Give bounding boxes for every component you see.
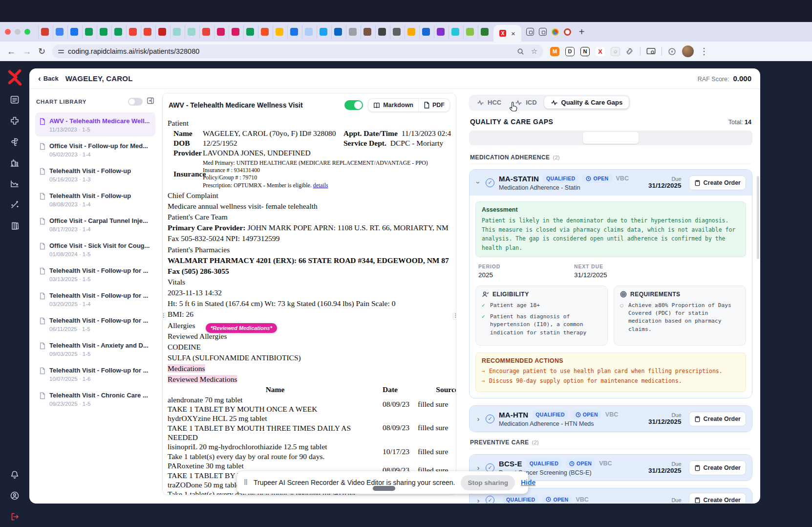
- pinned-tab[interactable]: [361, 25, 373, 39]
- pinned-tab[interactable]: [273, 25, 285, 39]
- traffic-light[interactable]: [15, 29, 21, 35]
- pinned-tab[interactable]: [449, 25, 461, 39]
- status-filter[interactable]: [639, 132, 695, 144]
- status-filter[interactable]: [527, 132, 583, 144]
- create-order-button[interactable]: Create Order: [689, 176, 746, 190]
- chart-library-item[interactable]: AWV - Telehealth Medicare Well... 11/13/…: [35, 112, 155, 136]
- pinned-tab[interactable]: [155, 25, 168, 39]
- card-header[interactable]: › ✓ MA-HTN QUALIFIED OPEN: [470, 406, 752, 432]
- magic-wand-icon[interactable]: [6, 196, 23, 214]
- pinned-tab[interactable]: [287, 25, 300, 39]
- active-tab[interactable]: X ×: [493, 25, 521, 42]
- pinned-tab[interactable]: [38, 25, 51, 39]
- forward-icon[interactable]: →: [22, 46, 31, 57]
- site-settings-icon[interactable]: [58, 50, 64, 53]
- pdf-button[interactable]: PDF: [418, 99, 449, 111]
- metamask-icon[interactable]: M: [550, 47, 559, 56]
- pinned-tab[interactable]: [390, 25, 403, 39]
- status-filter[interactable]: [470, 132, 527, 144]
- pinned-tab[interactable]: [419, 25, 432, 39]
- pinned-tab[interactable]: [170, 25, 183, 39]
- chart-library-item[interactable]: Telehealth Visit - Follow-up for ... 10/…: [35, 362, 155, 386]
- record-tab-icon[interactable]: [564, 28, 571, 36]
- pinned-tab[interactable]: [82, 25, 95, 39]
- chart-library-item[interactable]: Telehealth Visit - Follow-up for ... 06/…: [35, 312, 155, 336]
- pinned-tab[interactable]: [258, 25, 271, 39]
- medical-cross-icon[interactable]: [6, 112, 23, 130]
- url-text[interactable]: coding.rapidclaims.ai/risk/patients/3280…: [68, 47, 513, 55]
- screen-share-icon[interactable]: [646, 47, 656, 55]
- pinned-tab[interactable]: [126, 25, 139, 39]
- extensions-puzzle-icon[interactable]: [626, 47, 634, 56]
- traffic-light[interactable]: [24, 29, 30, 35]
- energy-saver-icon[interactable]: [668, 47, 676, 56]
- chart-library-item[interactable]: Telehealth Visit - Follow-up 08/08/2023 …: [35, 187, 155, 211]
- new-tab-button[interactable]: +: [579, 26, 585, 38]
- bookmark-star-icon[interactable]: ☆: [531, 47, 537, 56]
- chart-library-item[interactable]: Telehealth Visit - Anxiety and D... 09/0…: [35, 337, 155, 361]
- hide-link[interactable]: Hide: [521, 479, 535, 486]
- chevron-right-icon[interactable]: ›: [475, 463, 481, 472]
- browser-menu-icon[interactable]: ⋮: [700, 46, 708, 57]
- pinned-tab[interactable]: [243, 25, 256, 39]
- caduceus-icon[interactable]: [6, 133, 23, 151]
- chart-library-item[interactable]: Office Visit - Follow-up for Med... 05/0…: [35, 137, 155, 161]
- chart-library-item[interactable]: Telehealth Visit - Follow-up for ... 03/…: [35, 262, 155, 286]
- hospital-icon[interactable]: [6, 154, 23, 172]
- notifications-bell-icon[interactable]: [6, 466, 23, 483]
- rapidclaims-extension-icon[interactable]: X: [596, 47, 605, 56]
- document-view-toggle[interactable]: [344, 100, 363, 110]
- pinned-tab[interactable]: [434, 25, 447, 39]
- pinned-tab[interactable]: [141, 25, 153, 39]
- panel-tab[interactable]: HCC: [470, 96, 508, 109]
- panel-resize-handle[interactable]: ⠿: [162, 312, 166, 320]
- chart-review-icon[interactable]: [6, 91, 23, 109]
- card-header[interactable]: › ✓ MA-STATIN QUALIFIED OPEN VBC: [470, 170, 752, 196]
- pinned-tab[interactable]: [199, 25, 212, 39]
- scrollbar-thumb[interactable]: [757, 176, 759, 259]
- notion-icon[interactable]: N: [580, 47, 590, 56]
- pinned-tab[interactable]: [229, 25, 241, 39]
- profile-avatar[interactable]: [682, 45, 694, 57]
- status-filter[interactable]: [695, 132, 751, 144]
- logout-icon[interactable]: [6, 508, 23, 526]
- pinned-tab[interactable]: [317, 25, 329, 39]
- pinned-tab[interactable]: [405, 25, 417, 39]
- pinned-tab[interactable]: [214, 25, 227, 39]
- pinned-tab[interactable]: [331, 25, 344, 39]
- stop-sharing-button[interactable]: Stop sharing: [461, 475, 515, 490]
- pinned-tab[interactable]: [302, 25, 315, 39]
- library-icon[interactable]: [6, 217, 23, 235]
- toast-drag-handle[interactable]: [373, 486, 395, 491]
- chart-library-item[interactable]: Office Visit - Carpal Tunnel Inje... 08/…: [35, 212, 155, 236]
- chart-library-item[interactable]: Telehealth Visit - Follow-up for ... 03/…: [35, 287, 155, 311]
- status-filter[interactable]: [583, 132, 639, 144]
- collapse-panel-icon[interactable]: [147, 97, 154, 107]
- address-bar[interactable]: coding.rapidclaims.ai/risk/patients/3280…: [52, 44, 543, 58]
- back-icon[interactable]: ←: [7, 46, 16, 57]
- pinned-tab[interactable]: [67, 25, 80, 39]
- back-button[interactable]: ‹ Back: [38, 74, 59, 83]
- zoom-icon[interactable]: [517, 48, 524, 55]
- chrome-icon[interactable]: [552, 28, 559, 36]
- chevron-right-icon[interactable]: ›: [475, 415, 481, 423]
- create-order-button[interactable]: Create Order: [689, 493, 746, 503]
- chevron-right-icon[interactable]: ›: [475, 496, 481, 503]
- chart-library-item[interactable]: Telehealth Visit - Follow-up 05/16/2023 …: [35, 162, 155, 186]
- markdown-button[interactable]: Markdown: [368, 99, 418, 111]
- ghost-icon[interactable]: ☺: [611, 47, 620, 56]
- chart-library-toggle[interactable]: [128, 98, 143, 106]
- pinned-tab[interactable]: [375, 25, 388, 39]
- pinned-tab[interactable]: [111, 25, 124, 39]
- account-icon[interactable]: [6, 487, 23, 505]
- pinned-tab[interactable]: [53, 25, 65, 39]
- tab-group-icon[interactable]: [526, 28, 534, 36]
- analytics-icon[interactable]: [6, 175, 23, 193]
- chart-library-item[interactable]: Telehealth Visit - Chronic Care ... 09/2…: [35, 387, 155, 411]
- close-tab-icon[interactable]: ×: [511, 30, 515, 37]
- pinned-tab[interactable]: [478, 25, 491, 39]
- pinned-tab[interactable]: [97, 25, 109, 39]
- chart-library-item[interactable]: Office Visit - Sick Visit for Coug... 01…: [35, 237, 155, 261]
- create-order-button[interactable]: Create Order: [689, 412, 746, 426]
- pinned-tab[interactable]: [463, 25, 476, 39]
